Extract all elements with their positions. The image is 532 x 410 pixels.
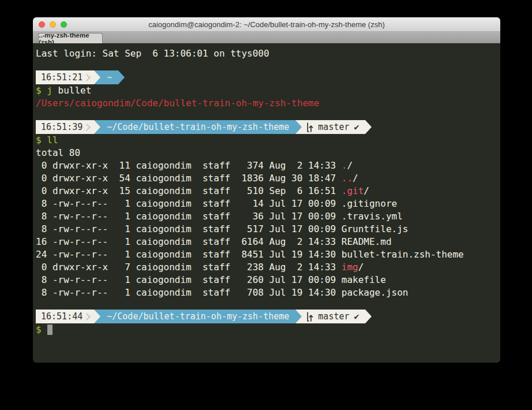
terminal-window: caiogondim@caiogondim-2: ~/Code/bullet-t…: [33, 17, 500, 363]
prompt-line-1: 16:51:21 ~: [36, 70, 497, 84]
ls-row: 0 drwxr-xr-x 7 caiogondim staff 238 Aug …: [36, 261, 497, 274]
ls-file-name: .travis.yml: [342, 211, 403, 222]
powerline-arrow-icon: [365, 120, 372, 134]
command-text: j: [42, 85, 53, 96]
ls-file-name: package.json: [342, 287, 409, 298]
ls-row: 0 drwxr-xr-x 11 caiogondim staff 374 Aug…: [36, 159, 497, 172]
powerline-arrow-icon: [295, 310, 302, 323]
prompt-git-segment: master ✔: [302, 120, 365, 134]
prompt-time: 16:51:44: [41, 310, 83, 323]
git-clean-check: ✔: [354, 310, 359, 323]
prompt-line-3: 16:51:44 ~/Code/bullet-train-oh-my-zsh-t…: [36, 310, 497, 323]
prompt-dir: ~/Code/bullet-train-oh-my-zsh-theme: [107, 310, 289, 323]
ls-file-name: README.md: [342, 236, 392, 247]
desktop: { "window": { "title": "caiogondim@caiog…: [0, 0, 532, 410]
command-line-1: $ j bullet: [36, 84, 497, 97]
prompt-dir-segment: ~: [100, 70, 118, 84]
prompt-char: $: [36, 135, 42, 146]
ls-row: 8 -rw-r--r-- 1 caiogondim staff 708 Jul …: [36, 286, 497, 299]
prompt-dir-segment: ~/Code/bullet-train-oh-my-zsh-theme: [100, 310, 295, 323]
window-title: caiogondim@caiogondim-2: ~/Code/bullet-t…: [33, 20, 500, 29]
git-branch-name: master: [318, 310, 349, 323]
ls-row: 0 drwxr-xr-x 54 caiogondim staff 1836 Au…: [36, 172, 497, 185]
ls-row: 8 -rw-r--r-- 1 caiogondim staff 36 Jul 1…: [36, 210, 497, 223]
ls-dir-name: .: [342, 160, 347, 171]
ls-row: 16 -rw-r--r-- 1 caiogondim staff 6164 Au…: [36, 236, 497, 248]
terminal-screen[interactable]: Last login: Sat Sep 6 13:06:01 on ttys00…: [33, 43, 500, 363]
ls-dir-name: ..: [342, 173, 353, 184]
prompt-dir: ~/Code/bullet-train-oh-my-zsh-theme: [107, 121, 289, 133]
prompt-time-segment: 16:51:39: [36, 120, 94, 134]
command-output-path: /Users/caiogondim/Code/bullet-train-oh-m…: [36, 97, 497, 110]
ls-row: 24 -rw-r--r-- 1 caiogondim staff 8451 Ju…: [36, 248, 497, 261]
powerline-arrow-icon: [94, 310, 100, 323]
powerline-arrow-icon: [118, 70, 125, 84]
ls-file-name: bullet-train.zsh-theme: [342, 249, 464, 260]
prompt-time-segment: 16:51:21: [36, 70, 94, 84]
prompt-char: $: [36, 85, 42, 96]
ls-output: 0 drwxr-xr-x 11 caiogondim staff 374 Aug…: [36, 159, 497, 299]
ls-dir-name: img: [342, 262, 358, 273]
ls-file-name: makefile: [342, 274, 386, 285]
command-text: ll: [42, 135, 58, 146]
tab-bar: ..-my-zsh-theme (zsh): [33, 32, 500, 43]
powerline-arrow-icon: [94, 70, 100, 84]
prompt-line-2: 16:51:39 ~/Code/bullet-train-oh-my-zsh-t…: [36, 120, 497, 134]
last-login-line: Last login: Sat Sep 6 13:06:01 on ttys00…: [36, 47, 497, 60]
command-line-2: $ ll: [36, 134, 497, 147]
command-args: bullet: [53, 85, 91, 96]
traffic-lights: [39, 17, 67, 31]
prompt-char: $: [36, 324, 42, 335]
chevron-right-icon: [83, 313, 91, 320]
ls-total-line: total 80: [36, 147, 497, 159]
close-button[interactable]: [39, 21, 45, 28]
git-branch-icon: [306, 122, 313, 132]
prompt-dir: ~: [107, 71, 112, 84]
powerline-arrow-icon: [365, 310, 372, 323]
prompt-git-segment: master ✔: [302, 310, 365, 323]
prompt-dir-segment: ~/Code/bullet-train-oh-my-zsh-theme: [100, 120, 295, 134]
minimize-button[interactable]: [50, 21, 56, 28]
ls-row: 8 -rw-r--r-- 1 caiogondim staff 260 Jul …: [36, 274, 497, 286]
ls-file-name: Gruntfile.js: [342, 223, 409, 234]
command-line-3: $: [36, 323, 497, 336]
powerline-arrow-icon: [94, 120, 100, 134]
prompt-time: 16:51:21: [41, 71, 83, 84]
chevron-right-icon: [83, 124, 91, 131]
git-branch-icon: [306, 312, 313, 322]
ls-row: 8 -rw-r--r-- 1 caiogondim staff 517 Jul …: [36, 223, 497, 236]
powerline-arrow-icon: [295, 120, 302, 134]
prompt-time-segment: 16:51:44: [36, 310, 94, 323]
ls-dir-name: .git: [342, 185, 364, 196]
ls-file-name: .gitignore: [342, 198, 397, 209]
prompt-time: 16:51:39: [41, 121, 83, 133]
terminal-tab[interactable]: ..-my-zsh-theme (zsh): [38, 33, 103, 43]
chevron-right-icon: [83, 74, 91, 81]
zoom-button[interactable]: [61, 21, 67, 28]
git-branch-name: master: [318, 121, 349, 133]
ls-row: 0 drwxr-xr-x 15 caiogondim staff 510 Sep…: [36, 185, 497, 197]
ls-row: 8 -rw-r--r-- 1 caiogondim staff 14 Jul 1…: [36, 197, 497, 210]
git-clean-check: ✔: [354, 121, 359, 133]
window-titlebar[interactable]: caiogondim@caiogondim-2: ~/Code/bullet-t…: [33, 17, 500, 32]
terminal-cursor: [47, 325, 53, 335]
